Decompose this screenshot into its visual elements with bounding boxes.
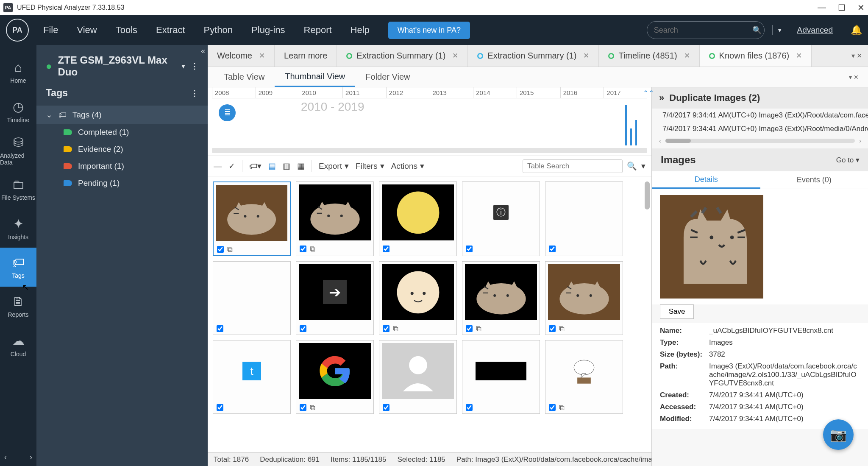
timeline-year[interactable]: 2008: [212, 87, 256, 98]
menu-report[interactable]: Report: [304, 25, 332, 36]
table-search-icon[interactable]: 🔍: [627, 161, 637, 171]
menu-extract[interactable]: Extract: [156, 25, 185, 36]
tab-close-icon[interactable]: ✕: [583, 51, 589, 60]
doc-tab[interactable]: Known files (1876)✕: [700, 45, 812, 67]
export-dropdown[interactable]: Export ▾: [319, 161, 349, 171]
doc-tab[interactable]: Timeline (4851)✕: [599, 45, 699, 67]
thumbnail-checkbox[interactable]: [300, 246, 306, 252]
view-tab-table-view[interactable]: Table View: [214, 67, 275, 87]
timeline-year[interactable]: 2009: [256, 87, 299, 98]
menu-plugins[interactable]: Plug-ins: [251, 25, 285, 36]
rail-item-cloud[interactable]: ☁Cloud: [0, 326, 36, 365]
device-header[interactable]: ● ZTE GSM_Z963VL Max Duo ▾ ⋮: [36, 45, 208, 83]
rail-item-reports[interactable]: 🗎Reports: [0, 287, 36, 326]
global-search[interactable]: 🔍: [647, 21, 765, 39]
tab-close-icon[interactable]: ✕: [684, 51, 690, 60]
thumbnail-checkbox[interactable]: [466, 246, 473, 252]
doc-tab[interactable]: Extraction Summary (1)✕: [337, 45, 468, 67]
timeline-year[interactable]: 2015: [517, 87, 560, 98]
save-button[interactable]: Save: [660, 304, 694, 319]
notifications-icon[interactable]: 🔔: [851, 25, 862, 36]
menu-file[interactable]: File: [43, 25, 58, 36]
duplicate-images-header[interactable]: » Duplicate Images (2): [652, 87, 868, 109]
search-input[interactable]: [654, 26, 752, 35]
thumbnail[interactable]: ⧉: [462, 261, 540, 335]
device-menu-icon[interactable]: ⋮: [191, 61, 198, 71]
advanced-link[interactable]: Advanced: [797, 25, 833, 35]
tag-dropdown-icon[interactable]: 🏷▾: [249, 161, 262, 171]
select-dash-icon[interactable]: —: [214, 162, 222, 171]
timeline-collapse-icon[interactable]: ⌃⌃: [643, 89, 654, 97]
thumbnail-checkbox[interactable]: [466, 404, 473, 411]
tab-close-icon[interactable]: ✕: [452, 51, 458, 60]
timeline-strip[interactable]: 2008200920102011201220132014201520162017…: [208, 87, 651, 156]
window-minimize[interactable]: —: [818, 3, 826, 13]
timeline-year[interactable]: 2013: [430, 87, 473, 98]
rail-item-home[interactable]: ⌂Home: [0, 53, 36, 92]
thumbnail[interactable]: [545, 181, 623, 256]
side-section-menu-icon[interactable]: ⋮: [191, 89, 198, 98]
viewtabs-overflow-icon[interactable]: ▾ ✕: [846, 74, 862, 81]
thumbnail[interactable]: ⓘ: [462, 181, 540, 256]
device-dropdown-icon[interactable]: ▾: [182, 63, 185, 70]
detail-subtab[interactable]: Events (0): [760, 171, 868, 189]
thumbnail[interactable]: t: [213, 340, 291, 414]
search-dropdown[interactable]: ▼: [772, 25, 787, 35]
sort-asc-icon[interactable]: ▤: [268, 161, 276, 171]
thumbnail[interactable]: ⧉: [545, 340, 623, 414]
thumbnail-checkbox[interactable]: [383, 404, 389, 411]
thumbnail-checkbox[interactable]: [383, 246, 389, 252]
table-search-input[interactable]: [523, 159, 623, 173]
tag-row[interactable]: Completed (1): [36, 124, 208, 141]
tab-close-icon[interactable]: ✕: [796, 51, 802, 60]
thumbnail-checkbox[interactable]: [217, 325, 223, 332]
menu-view[interactable]: View: [77, 25, 97, 36]
rail-forward[interactable]: ›: [30, 453, 32, 462]
doc-tab[interactable]: Learn more: [275, 45, 337, 67]
tag-row[interactable]: Pending (1): [36, 175, 208, 192]
tag-row[interactable]: Evidence (2): [36, 141, 208, 158]
menu-python[interactable]: Python: [204, 25, 233, 36]
duplicate-item[interactable]: 7/4/2017 9:34:41 AM(UTC+0) Image3 (ExtX)…: [652, 109, 868, 122]
whats-new-button[interactable]: What's new in PA?: [388, 22, 470, 39]
thumbnail[interactable]: ⧉: [296, 181, 374, 256]
window-close[interactable]: ✕: [857, 3, 865, 13]
thumbnail-checkbox[interactable]: [549, 404, 556, 411]
rail-item-file-systems[interactable]: 🗀File Systems: [0, 170, 36, 209]
thumbnail-checkbox[interactable]: [300, 404, 306, 411]
thumbnail[interactable]: ⧉: [296, 340, 374, 414]
screenshot-fab[interactable]: 📷: [823, 419, 854, 450]
grid-icon[interactable]: ▦: [297, 161, 305, 171]
timeline-brush[interactable]: [212, 148, 647, 153]
timeline-year[interactable]: 2012: [386, 87, 430, 98]
goto-dropdown[interactable]: Go to ▾: [836, 156, 860, 165]
thumbnail-grid[interactable]: ⧉ ⧉ ⓘ ➔ ⧉ ⧉: [208, 176, 651, 452]
filters-dropdown[interactable]: Filters ▾: [356, 161, 384, 171]
menu-help[interactable]: Help: [351, 25, 370, 36]
thumbnail[interactable]: [213, 261, 291, 335]
doc-tab[interactable]: Extraction Summary (1)✕: [468, 45, 599, 67]
thumbnail[interactable]: ⧉: [213, 181, 291, 256]
thumbnail[interactable]: ➔: [296, 261, 374, 335]
doc-tab[interactable]: Welcome✕: [208, 45, 275, 67]
collapse-side-icon[interactable]: «: [201, 47, 205, 56]
timeline-year[interactable]: 2017: [604, 87, 647, 98]
dup-horizontal-scroll[interactable]: ‹›: [652, 136, 868, 148]
detail-subtab[interactable]: Details: [652, 171, 760, 189]
thumbnail-checkbox[interactable]: [217, 246, 224, 253]
thumbnail[interactable]: [379, 340, 457, 414]
table-search-dropdown-icon[interactable]: ▾: [641, 161, 645, 171]
window-maximize[interactable]: ☐: [838, 3, 846, 13]
duplicate-item[interactable]: 7/4/2017 9:34:41 AM(UTC+0) Image3 (ExtX)…: [652, 122, 868, 136]
rail-item-insights[interactable]: ✦Insights: [0, 209, 36, 248]
rail-item-timeline[interactable]: ◷Timeline: [0, 92, 36, 131]
thumbnail-checkbox[interactable]: [300, 325, 306, 332]
search-icon[interactable]: 🔍: [752, 25, 762, 35]
thumbnail-checkbox[interactable]: [217, 404, 223, 411]
actions-dropdown[interactable]: Actions ▾: [391, 161, 424, 171]
thumbnail-checkbox[interactable]: [549, 325, 556, 332]
menu-tools[interactable]: Tools: [116, 25, 137, 36]
thumbnail-checkbox[interactable]: [466, 325, 473, 332]
thumbnail-checkbox[interactable]: [549, 246, 556, 252]
timeline-list-button[interactable]: ≣: [219, 104, 236, 121]
